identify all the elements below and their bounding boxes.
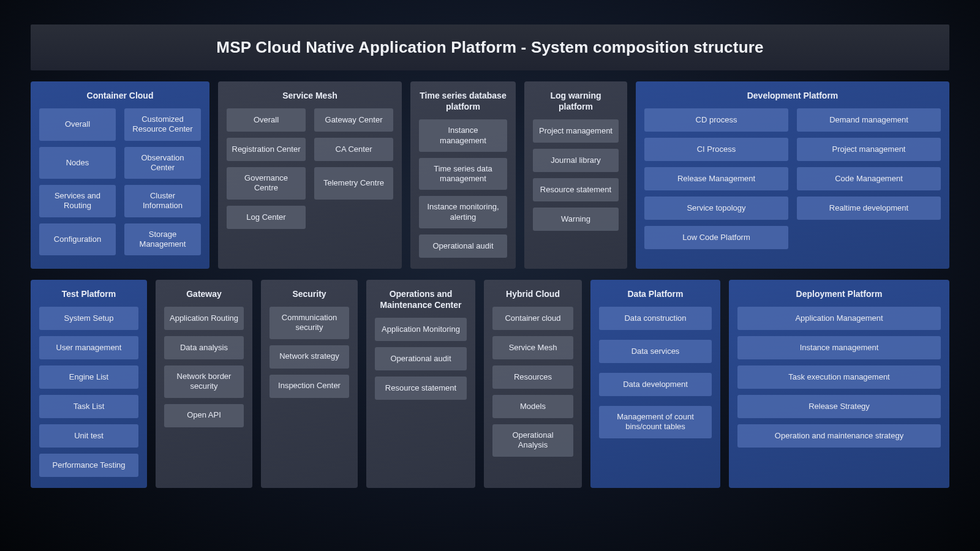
item[interactable]: Application Routing xyxy=(164,307,244,330)
item[interactable]: CA Center xyxy=(314,138,393,161)
card-title: Operations and Maintenance Center xyxy=(375,288,467,310)
item[interactable]: Operational Analysis xyxy=(492,424,573,457)
item[interactable]: Warning xyxy=(533,208,619,231)
item[interactable]: Telemetry Centre xyxy=(314,167,393,200)
item[interactable]: Services and Routing xyxy=(39,185,116,217)
title-bar: MSP Cloud Native Application Platform - … xyxy=(31,24,949,70)
item[interactable]: Registration Center xyxy=(227,138,306,161)
item[interactable]: Instance management xyxy=(419,119,507,152)
item[interactable]: Resource statement xyxy=(375,377,467,400)
item[interactable]: Resource statement xyxy=(533,178,619,201)
item[interactable]: Operational audit xyxy=(375,347,467,370)
item[interactable]: Management of count bins/count tables xyxy=(599,406,712,438)
item[interactable]: Data development xyxy=(599,373,712,396)
card-title: Hybrid Cloud xyxy=(492,288,573,299)
item[interactable]: Service Mesh xyxy=(492,336,573,359)
item[interactable]: Unit test xyxy=(39,424,138,448)
card-deployment-platform: Deployment Platform Application Manageme… xyxy=(729,280,949,488)
item[interactable]: Project management xyxy=(533,119,619,143)
item[interactable]: Time series data management xyxy=(419,158,507,190)
item[interactable]: Container cloud xyxy=(492,307,573,330)
item[interactable]: Application Management xyxy=(737,307,941,330)
item[interactable]: Resources xyxy=(492,365,573,389)
card-title: Log warning platform xyxy=(533,90,619,112)
card-container-cloud: Container Cloud Overall Customized Resou… xyxy=(31,81,209,269)
item[interactable]: Engine List xyxy=(39,365,138,389)
item[interactable]: Gateway Center xyxy=(314,108,393,132)
card-tsdb: Time series database platform Instance m… xyxy=(410,81,516,269)
item[interactable]: Service topology xyxy=(644,197,788,220)
item[interactable]: System Setup xyxy=(39,307,138,330)
card-development-platform: Development Platform CD process Demand m… xyxy=(636,81,949,269)
item[interactable]: Performance Testing xyxy=(39,454,138,477)
item[interactable]: Cluster Information xyxy=(124,185,201,217)
item[interactable]: Overall xyxy=(227,108,306,132)
item[interactable]: Task List xyxy=(39,395,138,418)
item[interactable]: Observation Center xyxy=(124,147,201,179)
item[interactable]: Application Monitoring xyxy=(375,318,467,341)
item[interactable]: User management xyxy=(39,336,138,359)
item[interactable]: Configuration xyxy=(39,223,116,256)
card-title: Test Platform xyxy=(39,288,138,299)
item[interactable]: Code Management xyxy=(797,167,941,190)
item[interactable]: Data construction xyxy=(599,307,712,330)
item[interactable]: Low Code Platform xyxy=(644,226,788,249)
item[interactable]: Data analysis xyxy=(164,336,244,359)
card-security: Security Communication security Network … xyxy=(261,280,358,488)
item[interactable]: Storage Management xyxy=(124,223,201,256)
card-test-platform: Test Platform System Setup User manageme… xyxy=(31,280,147,488)
card-title: Development Platform xyxy=(644,90,941,101)
card-service-mesh: Service Mesh Overall Gateway Center Regi… xyxy=(218,81,402,269)
card-data-platform: Data Platform Data construction Data ser… xyxy=(590,280,720,488)
item[interactable]: Operation and maintenance strategy xyxy=(737,424,941,448)
row-2: Test Platform System Setup User manageme… xyxy=(31,280,949,488)
item[interactable]: Data services xyxy=(599,340,712,363)
card-title: Time series database platform xyxy=(419,90,507,112)
item[interactable]: Open API xyxy=(164,404,244,427)
item[interactable]: Log Center xyxy=(227,206,306,229)
item[interactable]: Inspection Center xyxy=(270,375,349,398)
item[interactable]: Task execution management xyxy=(737,365,941,389)
item[interactable]: Customized Resource Center xyxy=(124,108,201,141)
card-title: Deployment Platform xyxy=(737,288,941,299)
item[interactable]: Governance Centre xyxy=(227,167,306,200)
item[interactable]: Network border security xyxy=(164,365,244,398)
item[interactable]: Network strategy xyxy=(270,345,349,369)
card-title: Container Cloud xyxy=(39,90,201,101)
card-log-warning: Log warning platform Project management … xyxy=(524,81,627,269)
item[interactable]: Instance management xyxy=(737,336,941,359)
item[interactable]: CI Process xyxy=(644,138,788,161)
item[interactable]: Communication security xyxy=(270,307,349,339)
card-hybrid-cloud: Hybrid Cloud Container cloud Service Mes… xyxy=(484,280,582,488)
card-omc: Operations and Maintenance Center Applic… xyxy=(366,280,475,488)
row-1: Container Cloud Overall Customized Resou… xyxy=(31,81,949,269)
item[interactable]: Release Strategy xyxy=(737,395,941,418)
card-title: Data Platform xyxy=(599,288,712,299)
item[interactable]: Instance monitoring, alerting xyxy=(419,196,507,228)
card-title: Security xyxy=(270,288,349,299)
item[interactable]: Release Management xyxy=(644,167,788,190)
item[interactable]: Nodes xyxy=(39,147,116,179)
item[interactable]: Demand management xyxy=(797,108,941,132)
item[interactable]: Realtime development xyxy=(797,197,941,220)
item[interactable]: Journal library xyxy=(533,149,619,172)
item[interactable]: Project management xyxy=(797,138,941,161)
card-title: Service Mesh xyxy=(227,90,393,101)
page-title: MSP Cloud Native Application Platform - … xyxy=(37,38,943,57)
item[interactable]: Operational audit xyxy=(419,234,507,258)
item[interactable]: CD process xyxy=(644,108,788,132)
card-title: Gateway xyxy=(164,288,244,299)
card-gateway: Gateway Application Routing Data analysi… xyxy=(156,280,252,488)
item[interactable]: Models xyxy=(492,395,573,418)
item[interactable]: Overall xyxy=(39,108,116,141)
